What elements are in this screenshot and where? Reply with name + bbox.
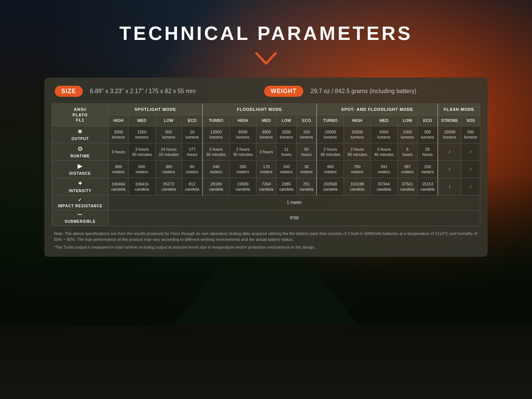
col-fl-eco: ECO <box>296 115 317 126</box>
submersible-label: 〰SUBMERSIBLE <box>52 211 109 226</box>
note-line1: Note: The above specifications are from … <box>54 231 478 243</box>
spotlight-header: SPOTLIGHT MODE <box>108 104 202 115</box>
chevron-icon <box>255 52 277 67</box>
int-sf-high: 153188candela <box>344 178 371 195</box>
out-fm-sos: 500lumens <box>461 126 480 143</box>
rt-sf-low: 6hours <box>398 143 417 161</box>
col-sl-low: LOW <box>155 115 182 126</box>
int-sf-low: 37501candela <box>398 178 417 195</box>
dist-sf-med: 591meters <box>371 161 398 178</box>
impact-value: 1 meter <box>108 195 480 211</box>
col-sf-med: MED <box>371 115 398 126</box>
col-fl-high: HIGH <box>229 115 256 126</box>
specs-container: SIZE 6.89'' x 3.23'' x 2.17'' / 175 x 82… <box>44 78 488 257</box>
page-title: TECHNICAL PARAMETERS <box>119 22 413 44</box>
rt-sl-eco: 177hours <box>182 143 202 161</box>
rt-fl-low: 11hours <box>276 143 296 161</box>
col-sl-high: HIGH <box>108 115 128 126</box>
output-label: ☀OUTPUT <box>52 126 109 143</box>
out-fl-high: 8000lumens <box>229 126 256 143</box>
int-sf-eco: 15153candela <box>417 178 438 195</box>
out-sl-low: 500lumens <box>155 126 182 143</box>
params-table: ANSI/PLATOFL1 SPOTLIGHT MODE FLOODLIGHT … <box>52 103 480 226</box>
size-value: 6.89'' x 3.23'' x 2.17'' / 175 x 82 x 55… <box>90 88 257 95</box>
size-badge: SIZE <box>55 86 83 97</box>
out-fl-low: 1000lumens <box>276 126 296 143</box>
ansi-label: ANSI/PLATOFL1 <box>52 104 109 126</box>
int-sf-turbo: 203568candela <box>317 178 344 195</box>
out-sf-turbo: 15000lumens <box>317 126 344 143</box>
out-sf-eco: 300lumens <box>417 126 438 143</box>
weight-value: 29.7 oz / 842.5 grams (including battery… <box>311 88 477 95</box>
rt-sf-eco: 25hours <box>417 143 438 161</box>
rt-fl-turbo: 2 hours30 minutes <box>202 143 229 161</box>
distance-label: ▶DISTANCE <box>52 161 109 178</box>
col-sl-med: MED <box>129 115 156 126</box>
int-fl-high: 19580candela <box>229 178 256 195</box>
runtime-label: ⊙RUNTIME <box>52 143 109 161</box>
dist-fm-sos: / <box>461 161 480 178</box>
int-sl-low: 35272candela <box>155 178 182 195</box>
col-fm-sos: SOS <box>461 115 480 126</box>
int-sl-high: 196464candela <box>108 178 128 195</box>
col-sf-eco: ECO <box>417 115 438 126</box>
rt-sf-turbo: 2 hours30 minutes <box>317 143 344 161</box>
col-fl-turbo: TURBO <box>202 115 229 126</box>
dist-sl-eco: 60meters <box>182 161 202 178</box>
mode-header-row: ANSI/PLATOFL1 SPOTLIGHT MODE FLOODLIGHT … <box>52 104 480 115</box>
rt-fm-sos: / <box>461 143 480 161</box>
int-fl-med: 7264candela <box>256 178 276 195</box>
intensity-row: ✦INTENSITY 196464candela 106416candela 3… <box>52 178 480 195</box>
out-fl-eco: 100lumens <box>296 126 317 143</box>
submersible-value: IP68 <box>108 211 480 226</box>
floodlight-header: FLOODLIGHT MODE <box>202 104 317 115</box>
dist-fl-low: 100meters <box>276 161 296 178</box>
dist-fl-med: 170meters <box>256 161 276 178</box>
sub-header-row: HIGH MED LOW ECO TURBO HIGH MED LOW ECO … <box>52 115 480 126</box>
int-sf-med: 87344candela <box>371 178 398 195</box>
weight-badge: WEIGHT <box>264 86 303 97</box>
flash-header: FLASH MODE <box>438 104 480 115</box>
out-sf-med: 5000lumens <box>371 126 398 143</box>
runtime-row: ⊙RUNTIME 3 hours 3 hours40 minutes 14 ho… <box>52 143 480 161</box>
col-fl-low: LOW <box>276 115 296 126</box>
intensity-label: ✦INTENSITY <box>52 178 109 195</box>
int-sl-eco: 812candela <box>182 178 202 195</box>
out-sl-eco: 10lumens <box>182 126 202 143</box>
col-sf-low: LOW <box>398 115 417 126</box>
dist-fl-high: 280meters <box>229 161 256 178</box>
int-fm-sos: / <box>461 178 480 195</box>
out-fm-strobe: 15000lumens <box>438 126 461 143</box>
dist-fl-turbo: 340meters <box>202 161 229 178</box>
distance-row: ▶DISTANCE 886meters 650meters 380meters … <box>52 161 480 178</box>
int-fl-low: 2385candela <box>276 178 296 195</box>
rt-fl-med: 3 hours <box>256 143 276 161</box>
rt-sf-med: 2 hours40 minutes <box>371 143 398 161</box>
rt-sl-high: 3 hours <box>108 143 128 161</box>
col-sl-eco: ECO <box>182 115 202 126</box>
dist-fl-eco: 30meters <box>296 161 317 178</box>
spot-flood-header: SPOT- AND FLOODLIGHT MODE <box>317 104 438 115</box>
out-sf-low: 1500lumens <box>398 126 417 143</box>
rt-sf-high: 2 hours30 minutes <box>344 143 371 161</box>
int-sl-med: 106416candela <box>129 178 156 195</box>
dist-fm-strobe: / <box>438 161 461 178</box>
col-fl-med: MED <box>256 115 276 126</box>
col-sf-turbo: TURBO <box>317 115 344 126</box>
int-fl-eco: 251candela <box>296 178 317 195</box>
out-sl-high: 3000lumens <box>108 126 128 143</box>
out-fl-med: 3000lumens <box>256 126 276 143</box>
dist-sl-high: 886meters <box>108 161 128 178</box>
rt-sl-low: 14 hours10 minutes <box>155 143 182 161</box>
col-fm-strobe: STROBE <box>438 115 461 126</box>
int-fm-strobe: / <box>438 178 461 195</box>
int-fl-turbo: 28189candela <box>202 178 229 195</box>
dist-sf-eco: 250meters <box>417 161 438 178</box>
submersible-row: 〰SUBMERSIBLE IP68 <box>52 211 480 226</box>
dist-sf-low: 387meters <box>398 161 417 178</box>
dist-sl-low: 380meters <box>155 161 182 178</box>
output-row: ☀OUTPUT 3000lumens 1500lumens 500lumens … <box>52 126 480 143</box>
notes-section: Note: The above specifications are from … <box>52 231 480 250</box>
rt-fm-strobe: / <box>438 143 461 161</box>
dist-sl-med: 650meters <box>129 161 156 178</box>
